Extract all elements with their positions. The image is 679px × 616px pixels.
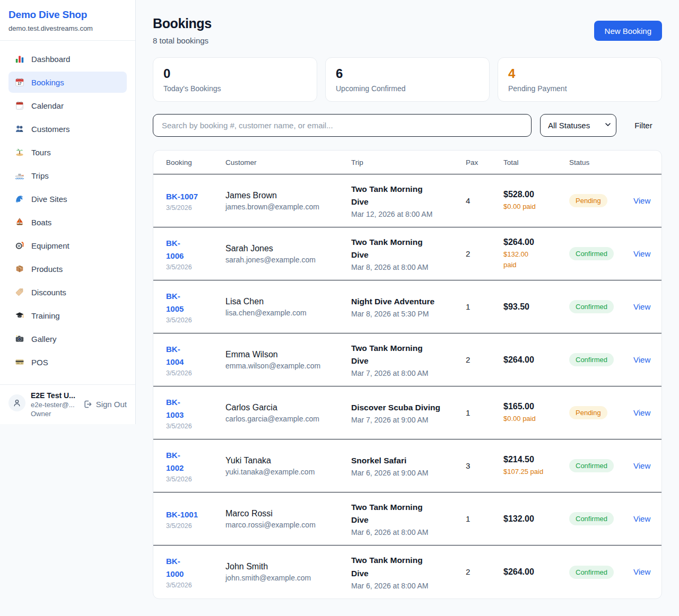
stat-label: Pending Payment <box>508 84 651 93</box>
customer-name: John Smith <box>225 562 344 571</box>
dive-mask-icon <box>15 241 24 250</box>
booking-number-link[interactable]: BK-1006 <box>166 237 218 262</box>
sidebar-item-dive-sites[interactable]: Dive Sites <box>8 188 127 209</box>
customer-email: sarah.jones@example.com <box>225 256 344 264</box>
pax-value: 1 <box>466 408 470 417</box>
sidebar-item-trips[interactable]: Trips <box>8 165 127 186</box>
view-link[interactable]: View <box>633 408 650 417</box>
booking-date: 3/5/2026 <box>166 423 218 430</box>
column-header-pax: Pax <box>466 159 503 166</box>
sidebar-item-pos[interactable]: POS <box>8 351 127 373</box>
view-link[interactable]: View <box>633 567 650 576</box>
trip-datetime: Mar 7, 2026 at 8:00 AM <box>351 369 458 377</box>
sidebar-item-boats[interactable]: Boats <box>8 212 127 233</box>
total-cell: $528.00 $0.00 paid <box>503 190 569 212</box>
pax-value: 2 <box>466 355 470 364</box>
status-cell: Confirmed <box>569 247 633 260</box>
sidebar-item-bookings[interactable]: 17Bookings <box>8 72 127 93</box>
sidebar-item-tours[interactable]: Tours <box>8 142 127 163</box>
package-icon <box>15 264 24 274</box>
booking-number-link[interactable]: BK-1003 <box>166 396 218 421</box>
person-icon <box>13 399 21 407</box>
search-input[interactable] <box>153 114 532 137</box>
sidebar-item-calendar[interactable]: Calendar <box>8 95 127 116</box>
sidebar-item-discounts[interactable]: Discounts <box>8 281 127 303</box>
stat-card-1: 6Upcoming Confirmed <box>325 57 490 102</box>
sidebar-item-label: Calendar <box>31 101 64 110</box>
sidebar-item-training[interactable]: Training <box>8 305 127 326</box>
status-select[interactable]: All Statuses <box>540 114 616 137</box>
table-row: BK-1003 3/5/2026 Carlos Garcia carlos.ga… <box>153 386 661 439</box>
avatar <box>8 394 25 411</box>
paid-amount: $0.00 paid <box>503 413 562 424</box>
view-link[interactable]: View <box>633 196 650 205</box>
booking-number-link[interactable]: BK-1007 <box>166 190 218 203</box>
trip-cell: Discover Scuba Diving Mar 7, 2026 at 9:0… <box>351 401 466 424</box>
user-name: E2E Test U... <box>31 391 78 400</box>
brand-name: Demo Dive Shop <box>8 9 127 21</box>
filter-row: All Statuses Filter <box>153 114 662 137</box>
view-link[interactable]: View <box>633 355 650 364</box>
trip-datetime: Mar 6, 2026 at 9:00 AM <box>351 469 458 477</box>
booking-cell: BK-1000 3/5/2026 <box>166 555 225 589</box>
table-header-row: BookingCustomerTripPaxTotalStatus <box>153 151 661 174</box>
customer-cell: Lisa Chen lisa.chen@example.com <box>225 297 351 317</box>
customer-email: carlos.garcia@example.com <box>225 415 344 423</box>
sidebar-item-label: Training <box>31 311 60 320</box>
sign-out-button[interactable]: Sign Out <box>83 400 127 409</box>
booking-number-link[interactable]: BK-1005 <box>166 290 218 315</box>
trip-datetime: Mar 12, 2026 at 8:00 AM <box>351 210 458 218</box>
pax-value: 4 <box>466 196 470 205</box>
view-link[interactable]: View <box>633 514 650 523</box>
booking-date: 3/5/2026 <box>166 263 218 271</box>
stat-label: Today's Bookings <box>163 84 307 93</box>
trip-datetime: Mar 8, 2026 at 5:30 PM <box>351 310 458 318</box>
table-row: BK-1007 3/5/2026 James Brown james.brown… <box>153 174 661 227</box>
booking-number-link[interactable]: BK-1000 <box>166 555 218 580</box>
trip-cell: Two Tank Morning Dive Mar 7, 2026 at 8:0… <box>351 342 466 377</box>
booking-number-link[interactable]: BK-1001 <box>166 508 218 521</box>
sidebar-item-dashboard[interactable]: Dashboard <box>8 48 127 69</box>
table-row: BK-1001 3/5/2026 Marco Rossi marco.rossi… <box>153 492 661 545</box>
trip-name: Discover Scuba Diving <box>351 401 441 414</box>
status-cell: Pending <box>569 406 633 419</box>
customer-name: Sarah Jones <box>225 244 344 253</box>
pax-cell: 1 <box>466 302 503 312</box>
user-email: e2e-tester@... <box>31 401 78 409</box>
customer-cell: Sarah Jones sarah.jones@example.com <box>225 244 351 264</box>
new-booking-button[interactable]: New Booking <box>594 21 662 41</box>
sidebar-item-label: Gallery <box>31 335 57 344</box>
sidebar-item-products[interactable]: Products <box>8 258 127 279</box>
view-link[interactable]: View <box>633 249 650 258</box>
status-cell: Confirmed <box>569 566 633 579</box>
trip-datetime: Mar 6, 2026 at 8:00 AM <box>351 582 458 590</box>
status-badge: Pending <box>569 194 607 207</box>
total-amount: $264.00 <box>503 355 562 365</box>
total-cell: $264.00 <box>503 355 569 365</box>
view-link[interactable]: View <box>633 461 650 470</box>
sidebar-item-label: Dashboard <box>31 55 70 64</box>
view-cell: View <box>633 249 649 259</box>
total-cell: $214.50 $107.25 paid <box>503 455 569 477</box>
filter-button[interactable]: Filter <box>625 121 662 130</box>
sidebar-item-equipment[interactable]: Equipment <box>8 235 127 256</box>
pax-cell: 1 <box>466 514 503 524</box>
pax-cell: 3 <box>466 461 503 471</box>
view-link[interactable]: View <box>633 302 650 311</box>
camera-icon <box>15 334 24 344</box>
booking-number-link[interactable]: BK-1004 <box>166 343 218 368</box>
trip-name: Two Tank Morning Dive <box>351 342 441 367</box>
sidebar-item-customers[interactable]: Customers <box>8 118 127 139</box>
sidebar-item-label: Trips <box>31 171 49 180</box>
pax-cell: 2 <box>466 567 503 577</box>
booking-number-link[interactable]: BK-1002 <box>166 449 218 474</box>
paid-amount: $132.00paid <box>503 249 562 270</box>
sidebar-item-gallery[interactable]: Gallery <box>8 328 127 349</box>
customer-name: Lisa Chen <box>225 297 344 306</box>
status-badge: Confirmed <box>569 512 614 525</box>
view-cell: View <box>633 408 649 418</box>
sidebar-item-label: Bookings <box>31 78 64 87</box>
customer-cell: James Brown james.brown@example.com <box>225 191 351 211</box>
table-row: BK-1002 3/5/2026 Yuki Tanaka yuki.tanaka… <box>153 439 661 492</box>
brand-domain: demo.test.divestreams.com <box>8 24 127 32</box>
